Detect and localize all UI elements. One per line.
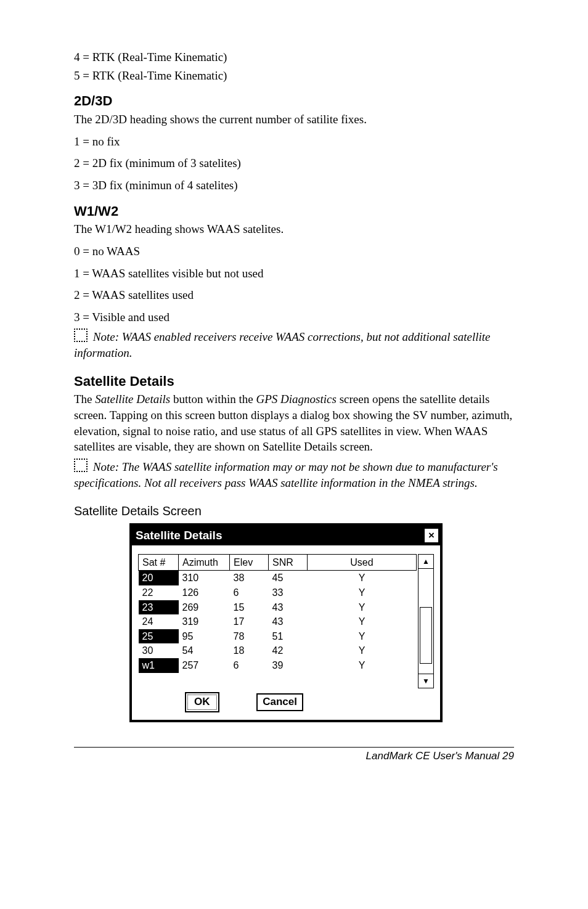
cell-sat: 22 — [139, 585, 179, 600]
cell-sat: 24 — [139, 614, 179, 629]
cell-elev: 6 — [230, 585, 269, 600]
note-satdetails-text: Note: The WAAS satellite information may… — [74, 460, 498, 489]
cell-snr: 39 — [269, 658, 308, 673]
dialog-titlebar: Satellite Details × — [132, 526, 440, 545]
scroll-down-button[interactable]: ▼ — [419, 674, 433, 688]
cell-sat: 20 — [139, 571, 179, 585]
th-azimuth[interactable]: Azimuth — [179, 554, 230, 571]
th-sat[interactable]: Sat # — [139, 554, 179, 571]
sd-p1b: Satellite Details — [95, 393, 170, 406]
cell-elev: 18 — [230, 643, 269, 658]
cell-azimuth: 95 — [179, 629, 230, 644]
cell-azimuth: 257 — [179, 658, 230, 673]
cell-snr: 51 — [269, 629, 308, 644]
heading-2d3d: 2D/3D — [74, 92, 514, 110]
cell-used: Y — [308, 614, 417, 629]
table-row[interactable]: 22126633Y — [139, 585, 417, 600]
cell-sat: w1 — [139, 658, 179, 673]
subheading-screen: Satellite Details Screen — [74, 503, 514, 520]
cell-azimuth: 54 — [179, 643, 230, 658]
cell-used: Y — [308, 629, 417, 644]
scrollbar[interactable]: ▲ ▼ — [418, 554, 434, 688]
line-2d3d-3: 3 = 3D fix (minimun of 4 satelites) — [74, 177, 514, 194]
table-row[interactable]: 30541842Y — [139, 643, 417, 658]
line-2d3d-1: 1 = no fix — [74, 134, 514, 150]
cell-azimuth: 126 — [179, 585, 230, 600]
th-elev[interactable]: Elev — [230, 554, 269, 571]
cell-used: Y — [308, 585, 417, 600]
line-rtk5: 5 = RTK (Real-Time Kinematic) — [74, 68, 514, 84]
cell-elev: 15 — [230, 600, 269, 615]
line-2d3d-2: 2 = 2D fix (minimum of 3 satelites) — [74, 155, 514, 171]
sd-p1d: GPS Diagnostics — [256, 393, 337, 406]
table-row[interactable]: 203103845Y — [139, 571, 417, 585]
cell-elev: 17 — [230, 614, 269, 629]
note-satdetails: Note: The WAAS satellite information may… — [74, 459, 514, 491]
heading-w1w2: W1/W2 — [74, 202, 514, 221]
scroll-up-button[interactable]: ▲ — [419, 555, 433, 569]
line-w-3: 3 = Visible and used — [74, 309, 514, 325]
note-icon — [74, 328, 88, 342]
line-w-1: 1 = WAAS satellites visible but not used — [74, 266, 514, 282]
sd-p1c: button within the — [170, 393, 256, 406]
note-waas-text: Note: WAAS enabled receivers receive WAA… — [74, 330, 491, 359]
note-icon — [74, 459, 88, 472]
line-w-0: 0 = no WAAS — [74, 243, 514, 259]
cell-snr: 45 — [269, 571, 308, 585]
cell-used: Y — [308, 571, 417, 585]
dialog-title: Satellite Details — [136, 528, 222, 544]
cell-used: Y — [308, 658, 417, 673]
cell-azimuth: 319 — [179, 614, 230, 629]
cell-snr: 33 — [269, 585, 308, 600]
cell-sat: 25 — [139, 629, 179, 644]
para-satdetails: The Satellite Details button within the … — [74, 391, 514, 455]
note-waas: Note: WAAS enabled receivers receive WAA… — [74, 328, 514, 361]
line-w-2: 2 = WAAS satellites used — [74, 287, 514, 303]
cell-used: Y — [308, 600, 417, 615]
close-button[interactable]: × — [425, 529, 438, 542]
cell-sat: 30 — [139, 643, 179, 658]
scroll-track[interactable] — [419, 569, 433, 674]
cell-snr: 42 — [269, 643, 308, 658]
cell-elev: 38 — [230, 571, 269, 585]
table-row[interactable]: w1257639Y — [139, 658, 417, 673]
table-row[interactable]: 232691543Y — [139, 600, 417, 615]
satellite-table: Sat # Azimuth Elev SNR Used 203103845Y22… — [138, 554, 417, 673]
cell-used: Y — [308, 643, 417, 658]
cell-azimuth: 269 — [179, 600, 230, 615]
cell-sat: 23 — [139, 600, 179, 615]
th-snr[interactable]: SNR — [269, 554, 308, 571]
table-row[interactable]: 25957851Y — [139, 629, 417, 644]
cell-elev: 78 — [230, 629, 269, 644]
scroll-thumb[interactable] — [420, 607, 432, 664]
cell-azimuth: 310 — [179, 571, 230, 585]
line-rtk4: 4 = RTK (Real-Time Kinematic) — [74, 49, 514, 65]
ok-button[interactable]: OK — [187, 695, 217, 710]
table-row[interactable]: 243191743Y — [139, 614, 417, 629]
sd-p1a: The — [74, 393, 95, 406]
heading-satdetails: Satellite Details — [74, 372, 514, 391]
satellite-details-dialog: Satellite Details × Sat # Azimuth Elev S… — [129, 523, 443, 722]
th-used[interactable]: Used — [308, 554, 417, 571]
cell-snr: 43 — [269, 600, 308, 615]
page-footer: LandMark CE User's Manual 29 — [74, 747, 514, 764]
intro-w1w2: The W1/W2 heading shows WAAS satelites. — [74, 221, 514, 237]
cell-snr: 43 — [269, 614, 308, 629]
cell-elev: 6 — [230, 658, 269, 673]
intro-2d3d: The 2D/3D heading shows the current numb… — [74, 112, 514, 128]
cancel-button[interactable]: Cancel — [256, 693, 303, 711]
